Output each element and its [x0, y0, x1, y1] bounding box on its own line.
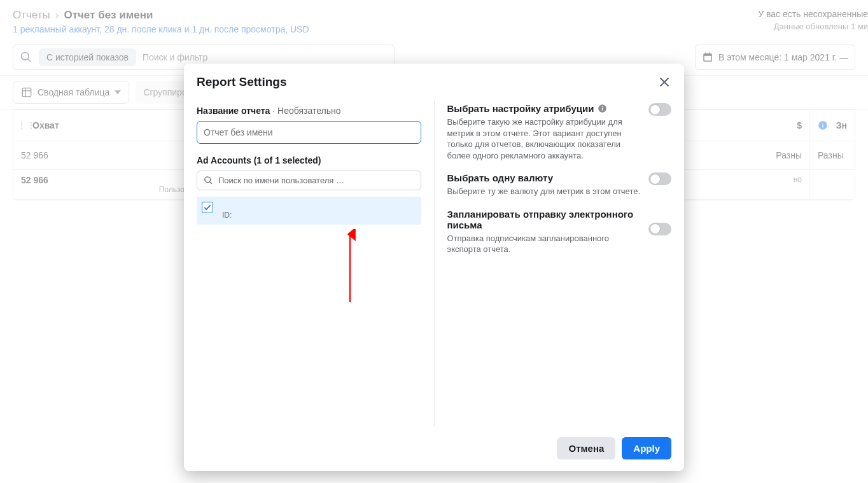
- close-icon[interactable]: [657, 75, 671, 89]
- check-icon: [203, 203, 212, 212]
- svg-rect-6: [602, 106, 603, 107]
- checkbox-checked[interactable]: [202, 202, 213, 213]
- option-attribution: Выбрать настройку атрибуции Выберите так…: [447, 101, 672, 170]
- cancel-button[interactable]: Отмена: [557, 437, 615, 459]
- option-currency: Выбрать одну валюту Выберите ту же валют…: [447, 170, 672, 206]
- svg-rect-5: [602, 108, 603, 110]
- ad-account-item[interactable]: ID:: [197, 197, 421, 225]
- ad-accounts-search-placeholder: Поиск по имени пользователя …: [218, 176, 344, 185]
- ad-accounts-search[interactable]: Поиск по имени пользователя …: [197, 171, 421, 190]
- toggle-currency[interactable]: [648, 172, 671, 185]
- option-schedule-email: Запланировать отправку электронного пись…: [447, 206, 672, 264]
- ad-accounts-label: Ad Accounts (1 of 1 selected): [197, 155, 421, 165]
- report-settings-modal: Report Settings Название отчета · Необяз…: [184, 64, 684, 471]
- ad-account-id-label: ID:: [222, 211, 232, 220]
- report-name-label: Название отчета · Необязательно: [197, 106, 421, 116]
- apply-button[interactable]: Apply: [622, 437, 671, 459]
- toggle-attribution[interactable]: [648, 103, 671, 116]
- modal-overlay: Report Settings Название отчета · Необяз…: [0, 0, 868, 483]
- info-icon[interactable]: [598, 104, 607, 113]
- toggle-schedule-email[interactable]: [648, 223, 671, 235]
- search-icon: [204, 176, 213, 185]
- modal-title: Report Settings: [197, 75, 286, 89]
- report-name-input[interactable]: [197, 121, 421, 144]
